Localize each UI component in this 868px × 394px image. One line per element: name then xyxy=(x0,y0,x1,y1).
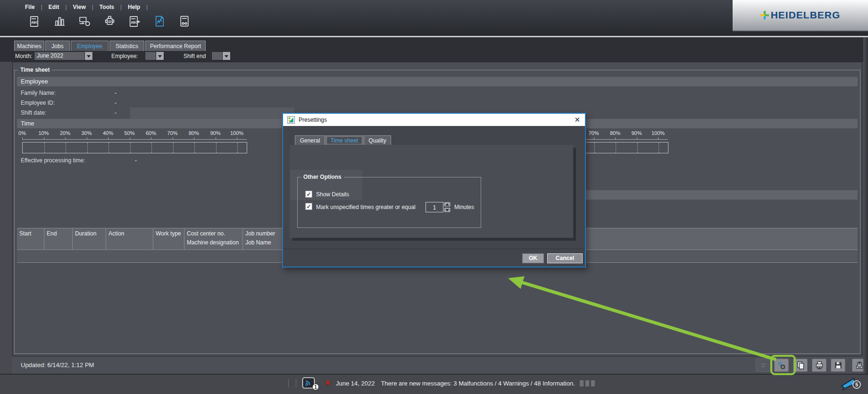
minutes-unit-label: Minutes xyxy=(454,203,474,211)
updated-timestamp: Updated: 6/14/22, 1:12 PM xyxy=(21,361,94,369)
column-duration[interactable]: Duration xyxy=(73,228,106,250)
dialog-tab-general[interactable]: General xyxy=(295,135,325,145)
print-button[interactable] xyxy=(812,359,826,372)
close-icon[interactable]: ✕ xyxy=(574,115,580,125)
menu-edit[interactable]: Edit xyxy=(42,4,66,10)
other-options-group xyxy=(297,177,481,228)
status-message[interactable]: June 14, 2022 There are new messages: 3 … xyxy=(336,380,575,387)
employee-dropdown[interactable] xyxy=(145,51,164,60)
chevron-down-icon[interactable] xyxy=(156,51,164,60)
gauge-tick-label: 80% xyxy=(610,130,620,136)
minutes-input[interactable]: 1 xyxy=(426,202,443,212)
tab-machines[interactable]: Machines xyxy=(14,41,44,51)
employee-id-label: Employee ID: xyxy=(21,100,55,107)
report-import-icon[interactable]: ABC xyxy=(127,14,142,29)
employee-label: Employee: xyxy=(111,52,138,60)
employee-section-header: Employee xyxy=(17,77,858,86)
gauge-tick-label: 90% xyxy=(631,130,642,136)
menu-separator: | xyxy=(146,4,148,10)
gauge-tick-label: 50% xyxy=(124,130,134,136)
bar-chart-icon[interactable] xyxy=(52,14,67,29)
gauge-bar xyxy=(22,142,247,153)
heidelberg-mark-icon xyxy=(760,11,769,19)
presettings-button[interactable] xyxy=(774,359,789,372)
gauge-tick-label: 0% xyxy=(18,130,26,136)
mark-unspecified-checkbox[interactable] xyxy=(305,203,312,210)
error-icon: ✕ xyxy=(325,378,331,387)
tab-employee[interactable]: Employee xyxy=(71,41,108,51)
app-window: File| Edit| View| Tools| Help| ABC xyxy=(0,0,868,394)
status-message-text: There are new messages: 3 Malfunctions /… xyxy=(381,380,575,387)
top-bar: File| Edit| View| Tools| Help| ABC xyxy=(0,0,868,36)
gauge-tick-label: 70% xyxy=(588,130,599,136)
spinner-down-icon[interactable] xyxy=(444,208,451,212)
gauge-tick-label: 40% xyxy=(103,130,113,136)
presettings-dialog: Presettings ✕ General Time sheet Quality… xyxy=(282,113,586,268)
machine-icon[interactable] xyxy=(102,14,117,29)
mark-unspecified-label[interactable]: Mark unspecified times greater or equal xyxy=(316,203,416,211)
report-abc-icon[interactable]: ABC xyxy=(27,14,42,29)
send-count-badge: 5 xyxy=(852,380,861,389)
column-cost-center[interactable]: Cost center no.Machine designation xyxy=(184,228,243,250)
chevron-down-icon[interactable] xyxy=(85,51,93,60)
dialog-separator xyxy=(283,249,585,249)
data-document-icon[interactable] xyxy=(177,14,192,29)
updated-bar xyxy=(12,357,862,374)
status-separator xyxy=(288,379,289,387)
svg-text:ABC: ABC xyxy=(131,21,138,24)
shift-end-dropdown[interactable] xyxy=(211,51,231,60)
dialog-tab-time-sheet[interactable]: Time sheet xyxy=(326,135,363,145)
shift-end-label: Shift end xyxy=(184,52,206,60)
column-end[interactable]: End xyxy=(44,228,73,250)
month-value[interactable]: June 2022 xyxy=(34,51,85,60)
chevron-down-icon[interactable] xyxy=(223,51,231,60)
svg-text:ABC: ABC xyxy=(31,21,38,24)
chart-document-icon[interactable] xyxy=(152,14,167,29)
tab-performance-report[interactable]: Performance Report xyxy=(145,41,206,51)
menu-file[interactable]: File xyxy=(19,4,41,10)
column-start[interactable]: Start xyxy=(17,228,44,250)
menu-help[interactable]: Help xyxy=(122,4,146,10)
time-sheet-group-title: Time sheet xyxy=(18,67,52,73)
tab-statistics[interactable]: Statistics xyxy=(109,41,144,51)
gauge-tick-label: 70% xyxy=(167,130,177,136)
family-name-label: Family Name: xyxy=(21,90,56,97)
save-button[interactable] xyxy=(831,359,845,372)
gauge-tick-label: 100% xyxy=(651,130,665,136)
dialog-tab-quality[interactable]: Quality xyxy=(364,135,391,145)
show-details-checkbox[interactable] xyxy=(305,191,312,198)
spinner-up-icon[interactable] xyxy=(444,202,451,207)
menu-bar: File| Edit| View| Tools| Help| xyxy=(19,3,148,11)
dialog-title-bar[interactable]: Presettings ✕ xyxy=(283,114,585,126)
dialog-title: Presettings xyxy=(299,117,327,123)
show-details-label[interactable]: Show Details xyxy=(316,191,349,198)
processing-time-gauge: 0% 10% 20% 30% 40% 50% 60% 70% 80% 90% 1… xyxy=(22,130,256,154)
ok-button[interactable]: OK xyxy=(522,253,544,263)
gauge-tick-label: 90% xyxy=(210,130,220,136)
main-toolbar: ABC ABC xyxy=(27,14,192,29)
month-label: Month: xyxy=(15,52,33,60)
gauge-tick-label: 30% xyxy=(81,130,92,136)
month-dropdown[interactable]: June 2022 xyxy=(34,51,93,60)
gauge-tick-label: 10% xyxy=(38,130,49,136)
effective-time-value: - xyxy=(135,157,137,164)
presettings-app-icon xyxy=(287,116,295,124)
family-name-value: - xyxy=(115,90,117,97)
menu-tools[interactable]: Tools xyxy=(93,4,120,10)
computer-settings-icon[interactable] xyxy=(77,14,92,29)
employee-id-value: - xyxy=(115,100,117,107)
employee-value[interactable] xyxy=(145,51,156,60)
shift-date-label: Shift date: xyxy=(21,109,46,117)
effective-time-label: Effective processing time: xyxy=(21,157,85,164)
copy-button[interactable] xyxy=(793,359,808,372)
column-work-type[interactable]: Work type xyxy=(153,228,184,250)
column-action[interactable]: Action xyxy=(106,228,153,250)
cancel-button[interactable]: Cancel xyxy=(547,253,583,263)
shift-end-value[interactable] xyxy=(211,51,223,60)
status-separator xyxy=(296,379,296,387)
tab-jobs[interactable]: Jobs xyxy=(45,41,70,51)
gauge-tick-label: 100% xyxy=(230,130,243,136)
menu-view[interactable]: View xyxy=(67,4,92,10)
status-date: June 14, 2022 xyxy=(336,380,375,387)
brand-panel: HEIDELBERG xyxy=(733,0,868,31)
